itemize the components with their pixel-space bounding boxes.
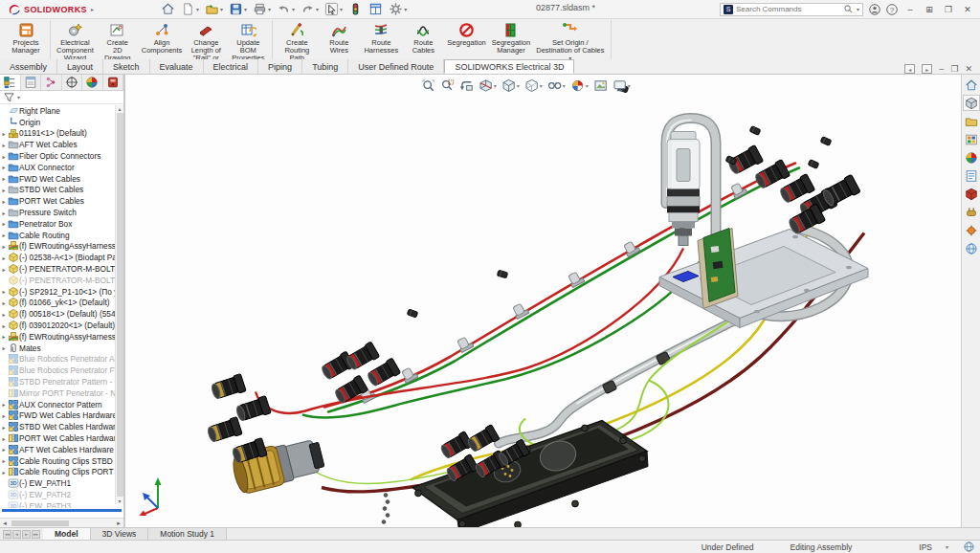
ribbon-align-components-button[interactable]: Align Components xyxy=(139,20,186,55)
ribbon-segregation-manager-button[interactable]: Segregation Manager xyxy=(489,20,533,55)
tree-item[interactable]: ▸Penetrator Box xyxy=(0,218,123,230)
tab-electrical[interactable]: Electrical xyxy=(204,59,259,74)
tree-item[interactable]: ▸Cable Routing Clips STBD xyxy=(0,455,123,467)
options-caret-icon[interactable]: ▾ xyxy=(404,6,407,12)
tree-item[interactable]: 3D(-) EW_PATH2 xyxy=(0,489,123,500)
task-pane-electrical-content[interactable] xyxy=(963,204,980,220)
tab-sketch[interactable]: Sketch xyxy=(103,59,150,74)
tree-item[interactable]: ▸(f) EWRoutingAssyHarness_H3[375 xyxy=(0,331,123,343)
task-pane-file-explorer[interactable] xyxy=(963,113,980,129)
print-caret-icon[interactable]: ▾ xyxy=(268,6,271,12)
sheet-tab-model[interactable]: Model xyxy=(43,528,91,540)
tree-horizontal-scrollbar[interactable]: ◂ ▸ xyxy=(0,518,123,527)
next-sheet-icon[interactable]: ▸ xyxy=(22,530,31,539)
search-caret-icon[interactable]: ▾ xyxy=(857,6,859,12)
help-icon[interactable]: ? xyxy=(886,4,898,15)
panel-tab-dimxpert-manager[interactable] xyxy=(62,75,83,90)
expand-arrow-icon[interactable]: ▸ xyxy=(0,446,8,453)
doc-next-icon[interactable]: ▸ xyxy=(922,64,932,74)
expand-arrow-icon[interactable]: ▸ xyxy=(0,424,8,431)
tree-item[interactable]: Origin xyxy=(0,117,123,128)
tab-user-defined-route[interactable]: User Defined Route xyxy=(348,59,444,74)
graphics-viewport[interactable]: ▾▾▾▾▾▾ xyxy=(125,75,961,527)
previous-view-button[interactable] xyxy=(458,77,475,94)
new-document-button[interactable]: ▾ xyxy=(179,1,201,17)
tree-item[interactable]: 3D(-) EW_PATH3 xyxy=(0,500,123,508)
tab-solidworks-electrical-3d[interactable]: SOLIDWORKS Electrical 3D xyxy=(444,59,574,74)
section-view-caret-icon[interactable]: ▾ xyxy=(494,82,497,89)
search-scope-icon[interactable]: S xyxy=(724,5,733,14)
ribbon-set-origin-button[interactable]: Set Origin / Destination of Cables▾ xyxy=(533,20,607,62)
search-icon[interactable] xyxy=(844,5,853,13)
ribbon-update-bom-button[interactable]: Update BOM Properties xyxy=(227,20,269,63)
tree-item[interactable]: ▸AFT Wet Cables Hardware Pattern xyxy=(0,444,123,455)
expand-arrow-icon[interactable]: ▸ xyxy=(0,254,8,261)
expand-arrow-icon[interactable]: ▸ xyxy=(0,412,8,419)
view-settings-caret-icon[interactable]: ▾ xyxy=(628,82,631,89)
tab-tubing[interactable]: Tubing xyxy=(302,59,348,74)
rebuild-button[interactable] xyxy=(346,1,365,17)
pcb-board[interactable] xyxy=(698,229,738,309)
tree-item[interactable]: 3D(-) EW_PATH1 xyxy=(0,477,123,489)
panel-tab-electrical-manager[interactable] xyxy=(103,75,124,90)
expand-arrow-icon[interactable]: ▸ xyxy=(0,164,8,170)
display-style-button[interactable]: ▾ xyxy=(523,77,544,94)
doc-close-button[interactable]: ✕ xyxy=(965,64,972,74)
first-sheet-icon[interactable]: ◂◂ xyxy=(3,530,11,539)
vscroll-thumb[interactable] xyxy=(117,113,123,497)
minimize-button[interactable]: – xyxy=(903,5,917,14)
tab-assembly[interactable]: Assembly xyxy=(0,59,57,74)
scroll-right-icon[interactable]: ▸ xyxy=(114,520,123,527)
display-style-caret-icon[interactable]: ▾ xyxy=(540,82,543,89)
expand-arrow-icon[interactable]: ▸ xyxy=(0,333,8,340)
task-pane-design-library[interactable] xyxy=(963,95,980,111)
task-pane-appearances-scenes[interactable] xyxy=(963,149,980,166)
maximize-button[interactable]: ⊞ xyxy=(923,5,936,14)
tree-item[interactable]: ▸PORT Wet Cables xyxy=(0,195,123,207)
doc-previous-icon[interactable]: ◂ xyxy=(904,64,915,74)
tree-item[interactable]: ▸Pressure Switch xyxy=(0,207,123,218)
filter-caret-icon[interactable]: ▾ xyxy=(17,94,20,100)
tree-item[interactable]: ▸(-) PENETRATOR-M-BOLT-10-25-A xyxy=(0,263,123,275)
tab-evaluate[interactable]: Evaluate xyxy=(150,59,204,74)
tree-item[interactable]: STBD Penetrator Pattern - NO WET xyxy=(0,376,123,387)
prev-sheet-icon[interactable]: ◂ xyxy=(12,530,21,539)
tree-item[interactable]: ▸STBD Wet Cables xyxy=(0,185,123,196)
sheet-tab-motion-study-1[interactable]: Motion Study 1 xyxy=(148,528,227,540)
sheet-tab-3d-views[interactable]: 3D Views xyxy=(91,528,149,540)
tree-item[interactable]: ▸Mates xyxy=(0,343,123,354)
task-pane-cam-tools[interactable] xyxy=(963,222,980,238)
last-sheet-icon[interactable]: ▸▸ xyxy=(32,530,40,539)
open-document-button[interactable]: ▾ xyxy=(203,1,225,17)
scroll-left-icon[interactable]: ◂ xyxy=(0,520,10,527)
scroll-down-icon[interactable]: ▾ xyxy=(118,498,121,504)
expand-arrow-icon[interactable]: ▸ xyxy=(0,243,8,250)
ribbon-route-wires-button[interactable]: Route Wires xyxy=(318,20,360,55)
print-button[interactable]: ▾ xyxy=(251,1,273,17)
home-button[interactable] xyxy=(159,1,177,17)
save-caret-icon[interactable]: ▾ xyxy=(244,6,247,12)
ribbon-create-2d-drawing-button[interactable]: Create 2D Drawing xyxy=(97,20,139,63)
edit-appearance-button[interactable]: ▾ xyxy=(569,77,590,94)
tree-item[interactable]: ▸(-) 02538-A<1> (Biodapt Part.prtdo xyxy=(0,252,123,263)
hide-show-items-caret-icon[interactable]: ▾ xyxy=(563,82,566,89)
units-selector[interactable]: IPS xyxy=(919,542,932,552)
ribbon-projects-manager-button[interactable]: Projects Manager xyxy=(5,20,47,55)
zoom-fit-button[interactable] xyxy=(420,77,436,94)
hide-show-items-button[interactable]: ▾ xyxy=(546,77,567,94)
task-pane-solidworks-forum[interactable] xyxy=(963,186,980,202)
search-input[interactable] xyxy=(736,5,841,13)
expand-arrow-icon[interactable]: ▸ xyxy=(0,220,8,227)
expand-arrow-icon[interactable]: ▸ xyxy=(0,232,8,238)
task-pane-custom-properties[interactable] xyxy=(963,167,980,184)
task-pane-3dexperience[interactable] xyxy=(963,240,980,256)
apply-scene-button[interactable] xyxy=(592,77,609,94)
expand-arrow-icon[interactable]: ▸ xyxy=(0,175,8,182)
tree-item[interactable]: ▸FWD Wet Cables xyxy=(0,173,123,185)
tree-item[interactable]: Mirror PORT Penetrator - NO WET xyxy=(0,387,123,399)
expand-arrow-icon[interactable]: ▸ xyxy=(0,153,8,160)
ribbon-segregation-button[interactable]: Segregation xyxy=(444,20,488,48)
view-orientation-caret-icon[interactable]: ▾ xyxy=(517,82,520,89)
ribbon-create-routing-path-button[interactable]: Create Routing Path xyxy=(276,20,318,63)
search-commands-box[interactable]: S ▾ xyxy=(720,3,863,16)
